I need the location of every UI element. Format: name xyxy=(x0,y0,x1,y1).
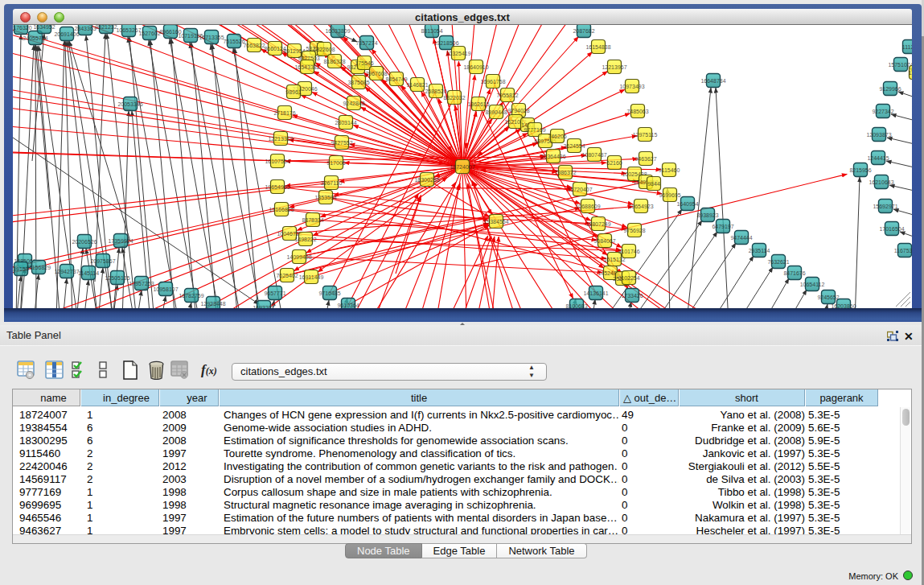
svg-text:17016504: 17016504 xyxy=(879,226,904,232)
svg-text:9427552: 9427552 xyxy=(331,140,352,146)
svg-text:19654965: 19654965 xyxy=(265,184,290,190)
svg-text:19654923: 19654923 xyxy=(628,204,653,209)
svg-text:19166825: 19166825 xyxy=(269,207,294,212)
svg-text:11321: 11321 xyxy=(909,70,912,76)
svg-text:9844: 9844 xyxy=(647,181,660,187)
svg-text:15692971: 15692971 xyxy=(873,204,897,209)
svg-text:17359924: 17359924 xyxy=(108,238,133,244)
svg-text:19218506: 19218506 xyxy=(433,40,458,46)
svg-text:16713355: 16713355 xyxy=(199,35,224,40)
svg-text:8990448: 8990448 xyxy=(485,109,507,115)
svg-text:16107554: 16107554 xyxy=(265,159,290,164)
svg-text:15720407: 15720407 xyxy=(567,187,592,192)
svg-text:7955812: 7955812 xyxy=(496,93,518,98)
svg-text:9756928: 9756928 xyxy=(623,228,645,233)
svg-text:1634952: 1634952 xyxy=(33,25,55,30)
svg-text:20975867: 20975867 xyxy=(90,258,115,264)
svg-text:175546: 175546 xyxy=(355,60,373,66)
svg-text:16543382: 16543382 xyxy=(294,64,319,70)
svg-text:2803144: 2803144 xyxy=(335,120,356,126)
svg-text:9242848: 9242848 xyxy=(343,101,364,106)
svg-text:11123: 11123 xyxy=(902,44,912,50)
svg-text:1498222: 1498222 xyxy=(294,237,316,242)
svg-text:9777169: 9777169 xyxy=(524,127,545,133)
svg-text:8100683: 8100683 xyxy=(565,303,587,308)
svg-text:24055714: 24055714 xyxy=(23,35,47,41)
svg-text:9474444: 9474444 xyxy=(730,235,752,241)
svg-text:2087682: 2087682 xyxy=(573,28,594,34)
svg-text:9794028: 9794028 xyxy=(507,108,529,113)
svg-text:18640910: 18640910 xyxy=(463,64,488,70)
svg-text:20053346: 20053346 xyxy=(117,101,142,107)
svg-text:8454749: 8454749 xyxy=(385,76,407,82)
svg-text:7485063: 7485063 xyxy=(626,109,648,114)
svg-text:16961758: 16961758 xyxy=(480,79,505,84)
svg-text:2935114: 2935114 xyxy=(749,248,770,253)
svg-text:1733426: 1733426 xyxy=(621,293,643,299)
svg-text:8186328: 8186328 xyxy=(323,59,345,64)
svg-text:2967608: 2967608 xyxy=(365,71,387,76)
svg-text:16782759: 16782759 xyxy=(179,293,203,299)
svg-text:9084067: 9084067 xyxy=(593,238,615,244)
svg-text:3624554: 3624554 xyxy=(563,143,585,149)
svg-text:8215956: 8215956 xyxy=(849,167,871,173)
svg-text:1244415: 1244415 xyxy=(867,155,889,161)
svg-text:16154838: 16154838 xyxy=(585,44,610,50)
svg-text:9129966: 9129966 xyxy=(879,86,901,92)
svg-text:10325419: 10325419 xyxy=(446,51,470,56)
svg-text:9716485: 9716485 xyxy=(318,290,340,296)
svg-text:16210643: 16210643 xyxy=(869,179,893,185)
svg-text:15751074: 15751074 xyxy=(888,62,912,68)
svg-text:10973493: 10973493 xyxy=(619,84,644,89)
svg-text:9245652: 9245652 xyxy=(817,295,839,300)
svg-text:16648784: 16648784 xyxy=(700,78,725,84)
svg-text:9321232: 9321232 xyxy=(95,25,117,30)
svg-text:1167534: 1167534 xyxy=(894,248,912,253)
svg-text:18300295: 18300295 xyxy=(414,177,439,183)
svg-text:12213319: 12213319 xyxy=(268,136,293,142)
svg-text:7625402: 7625402 xyxy=(276,273,298,278)
svg-text:9101746: 9101746 xyxy=(618,249,639,254)
svg-text:98961: 98961 xyxy=(285,89,302,95)
svg-text:62160: 62160 xyxy=(606,160,622,166)
svg-text:10654112: 10654112 xyxy=(800,282,825,287)
svg-text:7663822: 7663822 xyxy=(243,43,265,48)
svg-text:8878334: 8878334 xyxy=(302,217,323,223)
svg-text:1822608: 1822608 xyxy=(313,47,335,52)
svg-text:12942737: 12942737 xyxy=(54,269,79,274)
svg-text:9146821: 9146821 xyxy=(406,82,428,88)
svg-text:1527602: 1527602 xyxy=(138,31,160,36)
svg-text:14136141: 14136141 xyxy=(583,290,608,296)
svg-text:7986372: 7986372 xyxy=(554,170,576,175)
svg-text:2176320: 2176320 xyxy=(13,25,32,31)
svg-text:10958107: 10958107 xyxy=(153,286,178,292)
svg-text:2718176: 2718176 xyxy=(273,110,295,116)
svg-text:9227342: 9227342 xyxy=(872,109,893,114)
svg-text:17957253: 17957253 xyxy=(129,281,154,286)
svg-text:20206526: 20206526 xyxy=(72,239,97,245)
svg-text:20364436: 20364436 xyxy=(540,154,565,159)
svg-text:9115460: 9115460 xyxy=(659,167,680,173)
svg-text:3875685: 3875685 xyxy=(347,80,369,85)
svg-text:917006: 917006 xyxy=(326,160,345,166)
svg-text:1362615: 1362615 xyxy=(467,101,489,107)
svg-text:14099488: 14099488 xyxy=(286,254,311,260)
svg-text:19384554: 19384554 xyxy=(483,219,508,225)
svg-text:10653267: 10653267 xyxy=(116,27,141,33)
svg-text:9699695: 9699695 xyxy=(659,192,680,198)
svg-text:16033809: 16033809 xyxy=(325,28,350,34)
svg-text:16911449: 16911449 xyxy=(299,274,324,280)
svg-text:12213967: 12213967 xyxy=(602,64,626,70)
svg-text:9610364: 9610364 xyxy=(337,303,359,308)
svg-text:8813054: 8813054 xyxy=(421,28,442,34)
svg-text:6479197: 6479197 xyxy=(712,224,733,229)
svg-text:9102254: 9102254 xyxy=(618,275,639,281)
svg-text:11156829: 11156829 xyxy=(27,265,51,270)
svg-text:10807487: 10807487 xyxy=(581,152,606,158)
svg-text:9463627: 9463627 xyxy=(634,156,656,162)
svg-text:12923448: 12923448 xyxy=(200,301,225,307)
svg-text:7632621: 7632621 xyxy=(767,259,789,265)
svg-text:20691406: 20691406 xyxy=(54,31,79,37)
svg-text:8322032: 8322032 xyxy=(443,95,465,101)
svg-text:7357274: 7357274 xyxy=(355,40,377,46)
